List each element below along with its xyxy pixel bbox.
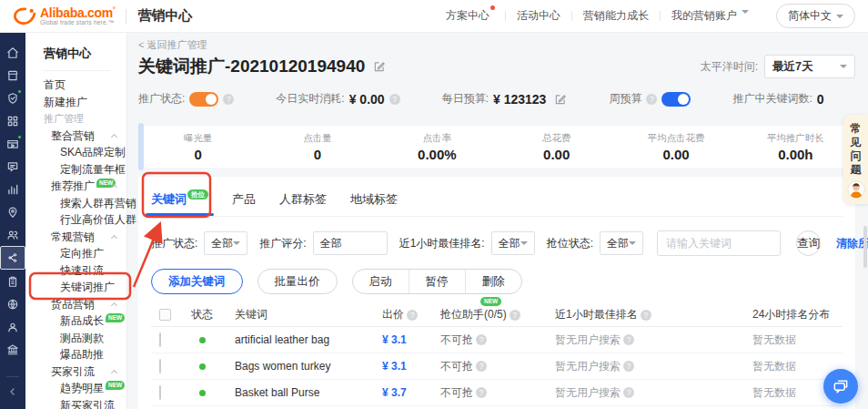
best-rank-cell: 暂无用户搜索 xyxy=(555,332,621,348)
help-icon[interactable] xyxy=(476,334,487,345)
row-checkbox[interactable] xyxy=(159,385,161,400)
storefront-icon[interactable] xyxy=(0,64,25,87)
member-icon[interactable] xyxy=(0,315,25,338)
sidebar-group-regular-marketing[interactable]: 常规营销 xyxy=(25,229,126,246)
help-icon[interactable] xyxy=(476,361,487,372)
sidebar-item-trend-star[interactable]: 趋势明星NEW xyxy=(25,380,126,397)
home-icon[interactable] xyxy=(0,41,25,64)
sidebar-item-new-promotion[interactable]: 新建推广 xyxy=(25,94,126,111)
date-range-dropdown[interactable]: 最近7天 xyxy=(764,55,855,78)
help-icon[interactable] xyxy=(641,310,651,321)
tab-product[interactable]: 产品 xyxy=(232,191,256,216)
nav-marketing-growth[interactable]: 营销能力成长 xyxy=(583,8,649,24)
filter-promo-status-select[interactable]: 全部 xyxy=(204,231,247,255)
sidebar-group-product-marketing[interactable]: 货品营销 xyxy=(25,296,126,313)
bid-cell[interactable]: ¥ 3.1 xyxy=(382,360,407,373)
sidebar-item-keyword-promotion[interactable]: 关键词推广 xyxy=(25,279,126,296)
filter-grab-status-select[interactable]: 全部 xyxy=(600,231,643,255)
weekly-budget-toggle[interactable] xyxy=(661,92,691,107)
shield-check-icon[interactable] xyxy=(0,87,25,109)
sidebar-group-integrated-marketing[interactable]: 整合营销 xyxy=(25,128,126,145)
help-icon[interactable] xyxy=(646,94,657,105)
daily-budget-value: ¥ 123123 xyxy=(493,92,546,107)
location-pin-icon[interactable] xyxy=(0,200,25,223)
bank-icon[interactable] xyxy=(0,338,25,361)
help-icon[interactable] xyxy=(389,94,400,105)
alibaba-logo[interactable]: Alibaba.com° Global trade starts here.™ xyxy=(13,6,115,26)
distribution-cell: 暂无数据 xyxy=(752,385,796,401)
chevron-up-icon xyxy=(111,133,117,139)
green-status-dot xyxy=(17,89,22,94)
sidebar-item-new-product-growth[interactable]: 新品成长NEW xyxy=(25,312,126,330)
sidebar-item-product-testing[interactable]: 测品测款 xyxy=(25,330,126,347)
add-keyword-button[interactable]: 添加关键词 xyxy=(151,269,243,294)
bar-chart-icon[interactable] xyxy=(0,178,25,200)
edit-budget-icon[interactable] xyxy=(554,93,567,106)
help-icon[interactable] xyxy=(476,387,487,398)
bid-cell[interactable]: ¥ 3.1 xyxy=(382,333,407,346)
users-icon[interactable] xyxy=(0,223,25,246)
filter-promo-score-input[interactable] xyxy=(313,231,388,255)
sidebar-section-promotion-mgmt: 推广管理 xyxy=(25,110,126,128)
sidebar-item-quick-traffic[interactable]: 快速引流 xyxy=(25,262,126,280)
green-status-dot xyxy=(17,135,22,139)
sidebar-item-search-retargeting[interactable]: 搜索人群再营销 xyxy=(25,195,126,212)
sidebar-item-home[interactable]: 首页 xyxy=(25,77,126,94)
sidebar-item-ska-brand[interactable]: SKA品牌定制 xyxy=(25,144,126,161)
stat-clicks: 点击量0 xyxy=(257,132,377,162)
campaign-icon[interactable] xyxy=(0,246,25,270)
col-best-rank: 近1小时最佳排名 xyxy=(555,307,752,322)
edit-title-icon[interactable] xyxy=(373,60,386,73)
delete-button[interactable]: 删除 xyxy=(465,270,521,293)
faq-side-tab[interactable]: 常见问题 xyxy=(843,115,868,204)
sidebar-item-high-value-audience[interactable]: 行业高价值人群 xyxy=(25,211,126,229)
clipboard-icon[interactable] xyxy=(0,270,25,292)
sidebar-item-new-buyer-traffic[interactable]: 新买家引流 xyxy=(25,397,126,409)
help-icon[interactable] xyxy=(223,94,234,105)
nav-plan-center[interactable]: 方案中心 xyxy=(446,8,494,24)
sidebar-group-buyer-traffic[interactable]: 买家引流 xyxy=(25,363,126,381)
select-all-checkbox[interactable] xyxy=(159,309,171,321)
help-icon[interactable] xyxy=(623,387,634,398)
filter-best-rank-select[interactable]: 全部 xyxy=(491,231,535,255)
start-button[interactable]: 启动 xyxy=(353,270,409,293)
campaign-status-bar: 推广状态: 今日实时消耗: ¥ 0.00 每日预算: ¥ 123123 周预算 … xyxy=(138,91,824,107)
bid-cell[interactable]: ¥ 3.7 xyxy=(382,386,407,399)
sidebar-item-hot-product-boost[interactable]: 爆品助推 xyxy=(25,346,126,363)
tab-audience[interactable]: 人群标签 xyxy=(279,191,327,216)
row-checkbox[interactable] xyxy=(159,359,161,373)
help-icon[interactable] xyxy=(510,310,520,321)
collapse-sidebar-icon[interactable] xyxy=(7,386,18,400)
apps-grid-icon[interactable] xyxy=(0,109,25,132)
best-rank-cell: 暂无用户搜索 xyxy=(555,359,621,374)
help-icon[interactable] xyxy=(407,310,418,321)
help-icon[interactable] xyxy=(623,361,634,372)
nav-my-account[interactable]: 我的营销账户 xyxy=(671,8,749,24)
nav-activity-center[interactable]: 活动中心 xyxy=(517,8,560,24)
tab-region[interactable]: 地域标签 xyxy=(350,191,398,216)
keyword-search-input[interactable] xyxy=(657,230,781,256)
video-icon[interactable] xyxy=(0,132,25,155)
sidebar-item-custom-traffic[interactable]: 定制流量年框 xyxy=(25,161,126,179)
tab-keyword[interactable]: 关键词抢位 xyxy=(151,191,208,216)
bulk-bid-button[interactable]: 批量出价 xyxy=(257,269,338,294)
scrollbar-thumb[interactable] xyxy=(863,226,867,268)
sidebar-item-targeted-promotion[interactable]: 定向推广 xyxy=(25,245,126,262)
globe-icon[interactable] xyxy=(0,292,25,315)
comment-icon[interactable] xyxy=(0,155,25,178)
filter-promo-status-label: 推广状态: xyxy=(151,236,197,251)
promo-status-label: 推广状态: xyxy=(138,91,185,107)
chevron-up-icon xyxy=(111,234,117,240)
brand-text: Alibaba.com xyxy=(40,5,113,20)
search-button[interactable]: 查询 xyxy=(796,230,821,256)
breadcrumb[interactable]: <返回推广管理 xyxy=(138,38,207,52)
help-icon[interactable] xyxy=(623,334,634,345)
promo-status-toggle[interactable] xyxy=(189,92,218,107)
row-checkbox[interactable] xyxy=(159,332,161,347)
live-chat-button[interactable] xyxy=(823,369,858,404)
language-selector[interactable]: 简体中文 xyxy=(776,4,855,28)
today-spend-label: 今日实时消耗: xyxy=(276,91,344,107)
brand-tagline: Global trade starts here.™ xyxy=(40,20,115,26)
pause-button[interactable]: 暂停 xyxy=(409,270,465,293)
sidebar-group-recommend-promotion[interactable]: 推荐推广NEW xyxy=(25,178,126,195)
